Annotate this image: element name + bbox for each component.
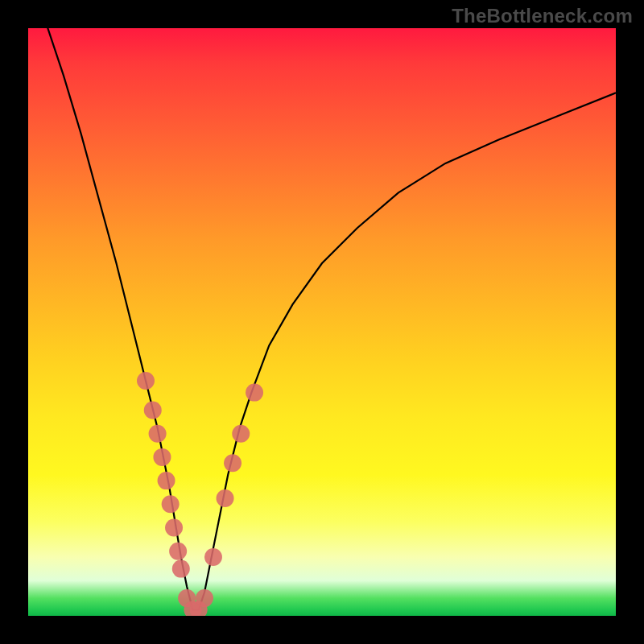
highlight-dot — [224, 454, 242, 472]
highlight-dot — [169, 543, 187, 560]
highlight-dot — [162, 495, 180, 513]
chart-svg — [28, 28, 616, 616]
highlight-dot — [158, 472, 175, 489]
highlight-dot — [137, 372, 155, 390]
highlight-dot — [172, 560, 190, 578]
gradient-plot-area — [28, 28, 616, 616]
watermark-text: TheBottleneck.com — [452, 5, 633, 27]
highlight-dot — [232, 425, 250, 443]
highlight-dot — [144, 402, 162, 419]
highlight-dot — [246, 384, 263, 402]
highlight-dot — [149, 425, 167, 443]
highlight-dot — [165, 519, 183, 537]
highlight-dot — [217, 489, 234, 507]
highlight-dot — [153, 448, 171, 466]
bottleneck-curve — [28, 28, 616, 610]
highlight-dot — [204, 548, 222, 566]
highlight-dot — [196, 589, 213, 607]
